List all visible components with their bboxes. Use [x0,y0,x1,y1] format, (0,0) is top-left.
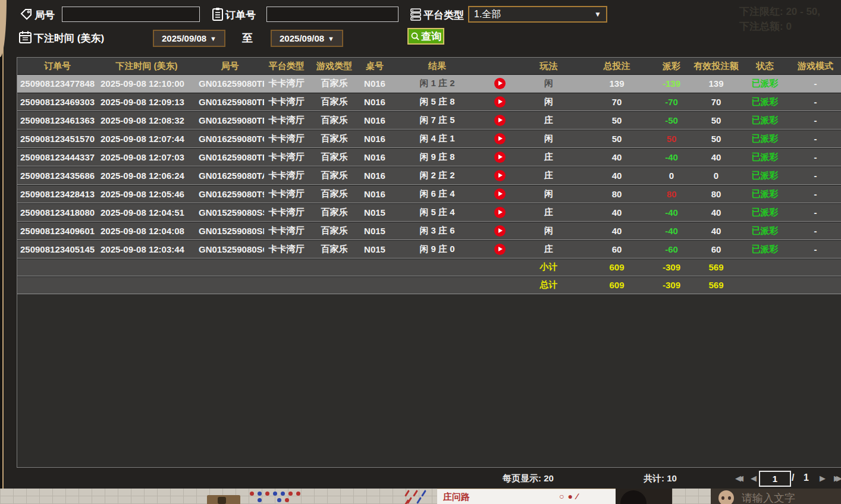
column-header-mode: 游戏模式 [790,58,841,74]
cell-round: GN016259080TF [196,74,264,92]
page-number-input[interactable] [759,471,791,487]
road-dot-blue [277,498,281,502]
play-icon [498,81,503,86]
platform-select[interactable]: 1.全部 ▼ [468,6,607,23]
column-header-replay [485,58,514,74]
cell-bet: 闲 [514,130,583,147]
road-dot-red [296,492,300,496]
cell-result: 闲 4 庄 1 [390,130,485,147]
cell-bet: 庄 [514,240,583,258]
search-icon [410,32,420,41]
replay-button[interactable] [494,188,506,200]
total-cell-round [196,276,264,294]
cell-game: 百家乐 [309,240,360,258]
cell-table: N016 [360,130,390,147]
table-row[interactable]: 2509081234096012025-09-08 12:04:08GN0152… [17,222,841,240]
cell-valid: 60 [692,240,740,258]
table-row[interactable]: 2509081234693032025-09-08 12:09:13GN0162… [17,93,841,111]
cell-payout: 50 [651,130,692,147]
cell-total: 40 [583,166,651,184]
column-header-round: 局号 [196,58,264,74]
table-row[interactable]: 2509081234778482025-09-08 12:10:00GN0162… [17,74,841,93]
query-button[interactable]: 查询 [407,28,444,45]
cell-mode: - [790,222,841,240]
emoji-icon[interactable] [718,490,734,504]
cell-order: 250908123444337 [17,148,98,166]
cell-valid: 40 [692,148,740,166]
road-dot-blue [281,492,285,496]
replay-button[interactable] [494,133,506,144]
cell-total: 80 [583,185,651,203]
cell-order: 250908123469303 [17,93,98,111]
cell-mode: - [790,203,841,221]
replay-button[interactable] [494,207,506,218]
table-row[interactable]: 2509081234284132025-09-08 12:05:46GN0162… [17,185,841,203]
cell-bet: 庄 [514,166,583,184]
replay-button[interactable] [494,244,506,255]
cell-replay [485,185,514,203]
cell-payout: -40 [651,148,692,166]
round-input[interactable] [62,7,200,22]
table-row[interactable]: 2509081234051452025-09-08 12:03:44GN0152… [17,240,841,259]
screen: 下注限红: 20 - 50, 下注总额: 0 局号 订单号 平台类型 1.全部 … [0,0,841,504]
cell-replay [485,148,514,166]
table-row[interactable]: 2509081234613632025-09-08 12:08:32GN0162… [17,111,841,130]
cell-replay [485,222,514,240]
cell-round: GN016259080T9 [196,185,264,203]
first-page-button[interactable]: ◀◀ [735,474,740,483]
cell-valid: 0 [692,166,740,184]
cell-payout: -40 [651,203,692,221]
date-to-value: 2025/09/08 [280,33,324,43]
date-from-value: 2025/09/08 [162,33,206,43]
cell-platform: 卡卡湾厅 [264,93,309,111]
play-icon [498,210,503,215]
cell-mode: - [790,93,841,111]
total-pages-label: 1 [804,472,809,483]
total-cell-order [17,276,98,294]
chat-input-bar[interactable]: 请输入文字 [711,489,841,504]
replay-button[interactable] [494,225,506,237]
date-from-select[interactable]: 2025/09/08 ▼ [153,30,225,47]
table-row[interactable]: 2509081234515702025-09-08 12:07:44GN0162… [17,130,841,148]
cell-payout: -60 [651,240,692,258]
cell-valid: 80 [692,185,740,203]
per-page-label: 每页显示: 20 [503,473,554,484]
cell-result: 闲 1 庄 2 [390,74,485,92]
replay-button[interactable] [494,96,506,108]
road-dot-red [288,492,293,496]
cell-table: N016 [360,74,390,92]
replay-button[interactable] [494,170,506,181]
dialog-left-border [2,0,4,489]
replay-button[interactable] [494,78,506,89]
total-cell-status [740,276,790,294]
play-icon [498,136,503,141]
cell-time: 2025-09-08 12:09:13 [98,93,196,111]
total-cell-replay [485,259,514,276]
prev-page-button[interactable]: ◀ [751,474,757,483]
total-count-label: 共计: 10 [644,473,677,484]
cell-round: GN016259080TA [196,166,264,184]
replay-button[interactable] [494,115,506,126]
background-text-limit: 下注限红: 20 - 50, [739,5,820,18]
date-to-select[interactable]: 2025/09/08 ▼ [271,30,343,47]
cell-time: 2025-09-08 12:04:51 [98,203,196,221]
cell-platform: 卡卡湾厅 [264,148,309,166]
cell-result: 闲 6 庄 4 [390,185,485,203]
cell-table: N016 [360,185,390,203]
order-input[interactable] [266,7,398,22]
cell-order: 250908123428413 [17,185,98,203]
cell-table: N016 [360,148,390,166]
replay-button[interactable] [494,152,506,163]
subtotal-row: 小计609-309569 [17,259,841,276]
total-cell-bet: 总计 [514,276,583,294]
road-dot-blue [258,492,262,496]
last-page-button[interactable]: ▶▶ [834,474,839,483]
table-row[interactable]: 2509081234443372025-09-08 12:07:03GN0162… [17,148,841,166]
cell-time: 2025-09-08 12:04:08 [98,222,196,240]
cell-game: 百家乐 [309,203,360,221]
next-page-button[interactable]: ▶ [820,474,826,483]
table-row[interactable]: 2509081234356862025-09-08 12:06:24GN0162… [17,166,841,185]
cell-result: 闲 7 庄 5 [390,111,485,129]
table-row[interactable]: 2509081234180802025-09-08 12:04:51GN0152… [17,203,841,222]
total-cell-status [740,259,790,276]
